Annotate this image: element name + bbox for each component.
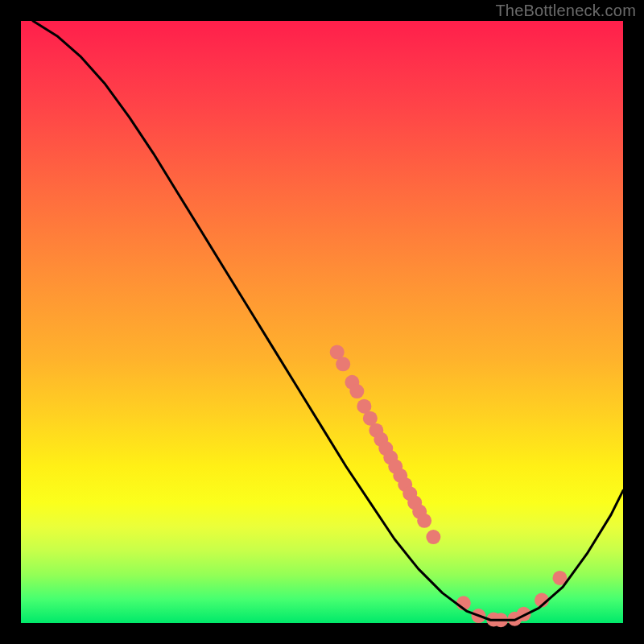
curve-marker	[426, 530, 440, 544]
attribution-text: TheBottleneck.com	[495, 2, 636, 20]
curve-marker	[349, 384, 364, 398]
bottleneck-curve	[33, 21, 623, 620]
marker-layer	[330, 345, 568, 627]
curve-marker	[417, 514, 431, 528]
plot-overlay	[21, 21, 623, 623]
figure-root: TheBottleneck.com	[0, 0, 644, 644]
curve-marker	[336, 357, 350, 371]
